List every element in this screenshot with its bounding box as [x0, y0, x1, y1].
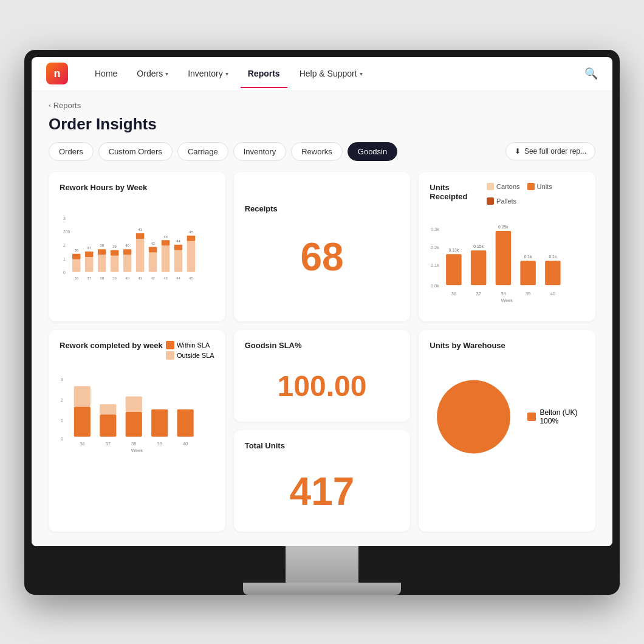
svg-rect-51 [471, 250, 486, 285]
rework-completed-title: Rework completed by week [60, 341, 163, 350]
svg-rect-74 [126, 412, 142, 437]
svg-rect-5 [72, 259, 80, 272]
svg-text:0.1k: 0.1k [549, 255, 557, 259]
svg-text:42: 42 [151, 276, 155, 280]
units-label: Units [537, 183, 552, 190]
rework-hours-card: Rework Hours by Week 3 200 2 1 0 [49, 172, 225, 321]
svg-text:0: 0 [63, 270, 66, 275]
tab-reworks[interactable]: Reworks [291, 142, 343, 161]
tab-carriage[interactable]: Carriage [177, 142, 228, 161]
navbar: n Home Orders ▾ Inventory ▾ Reports [32, 57, 612, 91]
svg-text:40: 40 [183, 441, 188, 447]
svg-text:38: 38 [100, 276, 104, 280]
main-content: ‹ Reports Order Insights Orders Custom O… [32, 91, 612, 546]
rework-hours-chart: 3 200 2 1 0 36 [60, 199, 214, 296]
svg-text:44: 44 [176, 239, 180, 243]
pie-legend: Belton (UK) 100% [527, 408, 584, 425]
goodsin-sla-card: Goodsin SLA% 100.00 [234, 330, 411, 422]
cartons-label: Cartons [496, 183, 520, 190]
orders-chevron-icon: ▾ [165, 70, 168, 77]
svg-text:0.13k: 0.13k [449, 248, 459, 252]
screen: n Home Orders ▾ Inventory ▾ Reports [32, 57, 612, 546]
svg-text:37: 37 [87, 276, 91, 280]
units-receipted-legend: Cartons Units Pallets [487, 183, 584, 205]
svg-rect-33 [187, 235, 195, 241]
svg-rect-6 [72, 253, 80, 259]
legend-cartons: Cartons [487, 183, 520, 190]
svg-rect-24 [149, 247, 157, 252]
svg-text:39: 39 [112, 245, 117, 248]
svg-text:Week: Week [131, 448, 143, 453]
svg-text:37: 37 [106, 441, 111, 447]
belton-label: Belton (UK) 100% [540, 408, 584, 425]
svg-rect-71 [100, 404, 116, 414]
nav-inventory[interactable]: Inventory ▾ [180, 64, 236, 83]
svg-text:200: 200 [63, 230, 70, 234]
pie-chart-area: Belton (UK) 100% [430, 362, 584, 471]
svg-rect-8 [85, 256, 93, 272]
svg-text:36: 36 [74, 248, 78, 252]
tab-bar: Orders Custom Orders Carriage Inventory … [49, 142, 595, 161]
svg-text:38: 38 [501, 291, 505, 296]
tab-goodsin[interactable]: Goodsin [348, 142, 397, 161]
svg-rect-20 [136, 239, 144, 272]
svg-text:41: 41 [138, 228, 142, 231]
nav-home[interactable]: Home [87, 64, 125, 83]
svg-rect-9 [85, 251, 93, 256]
see-full-report-button[interactable]: ⬇ See full order rep... [505, 142, 595, 160]
rework-hours-title: Rework Hours by Week [60, 183, 214, 192]
svg-rect-27 [162, 240, 170, 245]
app-logo[interactable]: n [46, 63, 68, 84]
svg-text:3: 3 [63, 216, 66, 220]
pallets-dot [487, 197, 494, 205]
svg-text:39: 39 [112, 276, 117, 280]
svg-text:36: 36 [74, 276, 78, 280]
tab-custom-orders[interactable]: Custom Orders [98, 142, 173, 161]
svg-rect-26 [162, 245, 170, 272]
svg-text:Week: Week [501, 298, 513, 303]
svg-text:0.0k: 0.0k [431, 283, 440, 289]
svg-rect-55 [521, 261, 536, 285]
dashboard-grid: Rework Hours by Week 3 200 2 1 0 [49, 172, 595, 532]
download-icon: ⬇ [515, 147, 521, 156]
svg-text:40: 40 [125, 276, 129, 280]
svg-rect-14 [111, 255, 118, 272]
units-receipted-chart: 0.3k 0.2k 0.1k 0.0k 0.13k 0.15k [430, 213, 584, 310]
tab-inventory[interactable]: Inventory [233, 142, 286, 161]
svg-text:45: 45 [189, 276, 193, 280]
nav-reports[interactable]: Reports [241, 64, 287, 83]
nav-help[interactable]: Help & Support ▾ [292, 64, 370, 83]
svg-rect-23 [149, 252, 157, 272]
svg-text:41: 41 [138, 276, 142, 280]
rework-completed-chart: 3 2 1 0 [60, 363, 214, 461]
svg-text:3: 3 [61, 377, 63, 382]
svg-text:1: 1 [61, 417, 63, 423]
receipts-card: Receipts 68 [234, 172, 411, 321]
svg-rect-53 [496, 231, 511, 285]
nav-orders[interactable]: Orders ▾ [129, 64, 176, 83]
svg-text:43: 43 [163, 235, 168, 238]
svg-rect-72 [100, 414, 116, 437]
help-chevron-icon: ▾ [360, 70, 363, 77]
svg-rect-18 [123, 249, 131, 255]
legend-within-sla: Within SLA [166, 341, 214, 349]
svg-rect-12 [98, 249, 106, 255]
svg-text:0.3k: 0.3k [431, 227, 440, 232]
monitor-stand-neck [286, 546, 358, 583]
svg-text:0.25k: 0.25k [498, 224, 509, 228]
breadcrumb: ‹ Reports [49, 101, 595, 110]
svg-rect-76 [177, 409, 194, 436]
svg-rect-21 [136, 233, 144, 239]
cartons-dot [487, 183, 494, 190]
svg-rect-75 [151, 409, 168, 436]
tab-orders[interactable]: Orders [49, 142, 94, 161]
monitor: n Home Orders ▾ Inventory ▾ Reports [24, 50, 620, 595]
goodsin-sla-value: 100.00 [245, 362, 400, 411]
svg-rect-49 [446, 254, 461, 285]
svg-text:39: 39 [526, 291, 530, 296]
search-icon[interactable]: 🔍 [584, 67, 598, 80]
svg-rect-70 [74, 406, 91, 436]
svg-rect-73 [126, 396, 142, 411]
svg-rect-57 [545, 261, 560, 285]
outside-sla-label: Outside SLA [177, 352, 214, 359]
